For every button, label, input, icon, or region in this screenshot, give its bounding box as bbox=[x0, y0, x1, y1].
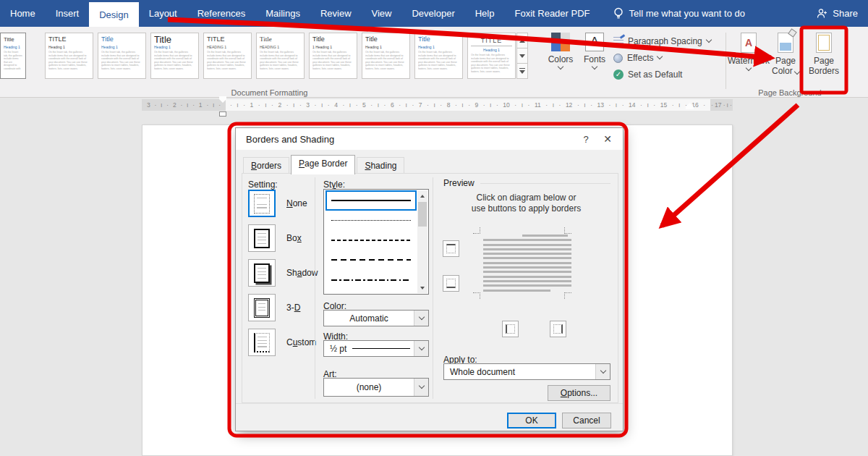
tell-me-box[interactable]: Tell me what you want to do bbox=[613, 0, 745, 27]
style-set-card[interactable]: Title Heading 1 On the Insert tab, the g… bbox=[150, 33, 199, 79]
dialog-help-button[interactable]: ? bbox=[575, 134, 597, 145]
ribbon-tab[interactable]: Design bbox=[89, 2, 138, 27]
fonts-button[interactable]: A Fonts bbox=[579, 33, 610, 69]
options-button[interactable]: Options... bbox=[548, 385, 610, 401]
setting-option-icon bbox=[248, 294, 276, 321]
style-set-card[interactable]: Title Heading 1 On the Insert tab, the g… bbox=[362, 33, 410, 79]
dialog-titlebar[interactable]: Borders and Shading ? ✕ bbox=[236, 128, 623, 150]
share-button[interactable]: Share bbox=[817, 0, 858, 27]
ribbon-tab[interactable]: References bbox=[187, 0, 255, 27]
style-lines bbox=[326, 190, 417, 290]
dialog-title: Borders and Shading bbox=[246, 134, 334, 145]
dialog-tab[interactable]: Page Border bbox=[291, 155, 355, 174]
style-line-option[interactable] bbox=[326, 270, 417, 290]
set-as-default-button[interactable]: ✓ Set as Default bbox=[613, 68, 728, 81]
dropdown-button[interactable] bbox=[414, 311, 428, 326]
preview-diagram[interactable] bbox=[438, 219, 615, 334]
setting-option[interactable]: None bbox=[248, 190, 307, 217]
right-border-button[interactable] bbox=[550, 321, 566, 337]
style-line-option[interactable] bbox=[326, 190, 417, 211]
chevron-down-icon bbox=[794, 69, 800, 75]
dropdown-button[interactable] bbox=[414, 379, 428, 396]
card-heading: Heading 1 bbox=[101, 45, 142, 49]
gallery-scrollbar bbox=[516, 33, 528, 79]
style-set-card[interactable]: Title Heading 1 On the Insert tab, the g… bbox=[0, 33, 26, 79]
scrollbar-thumb[interactable] bbox=[418, 202, 427, 227]
dropdown-button[interactable] bbox=[414, 341, 428, 356]
borders-and-shading-dialog: Borders and Shading ? ✕ Borders Page Bor… bbox=[235, 127, 624, 431]
group-label-document-formatting: Document Formatting bbox=[0, 88, 539, 97]
ribbon-tab[interactable]: Help bbox=[465, 0, 505, 27]
preview-label: Preview bbox=[443, 178, 475, 188]
setting-option[interactable]: Shadow bbox=[248, 259, 318, 287]
style-line-option[interactable] bbox=[326, 211, 417, 231]
setting-label: Setting: bbox=[248, 180, 278, 190]
scroll-down-button[interactable] bbox=[417, 282, 427, 293]
preview-text-line bbox=[483, 276, 571, 278]
style-line-option[interactable] bbox=[326, 230, 417, 250]
paragraph-spacing-button[interactable]: Paragraph Spacing bbox=[613, 35, 728, 48]
dialog-close-button[interactable]: ✕ bbox=[597, 133, 618, 145]
card-heading: HEADING 1 bbox=[207, 45, 248, 49]
style-scrollbar[interactable] bbox=[417, 190, 427, 293]
effects-button[interactable]: Effects bbox=[613, 51, 728, 64]
style-set-card[interactable]: TITLE HEADING 1 On the Insert tab, the g… bbox=[203, 33, 252, 79]
left-indent-marker[interactable] bbox=[219, 111, 226, 117]
art-combobox[interactable]: (none) bbox=[323, 378, 429, 397]
gallery-scroll-down-button[interactable] bbox=[516, 48, 528, 64]
dropdown-button[interactable] bbox=[595, 364, 610, 379]
preview-text-line bbox=[483, 253, 571, 255]
page-borders-button[interactable]: PageBorders bbox=[804, 33, 843, 76]
card-title: Title bbox=[4, 35, 22, 43]
style-set-card[interactable]: Title Heading 1 On the Insert tab, the g… bbox=[98, 33, 146, 79]
gallery-scroll-up-button[interactable] bbox=[516, 33, 528, 48]
preview-text-line bbox=[483, 244, 571, 246]
page-color-icon bbox=[778, 33, 793, 53]
width-combobox[interactable]: ½ pt bbox=[323, 340, 429, 357]
share-label: Share bbox=[833, 8, 858, 19]
ok-button[interactable]: OK bbox=[507, 413, 556, 428]
setting-option[interactable]: 3-D bbox=[248, 294, 300, 321]
left-border-button[interactable] bbox=[502, 321, 519, 337]
ribbon-tab[interactable]: Foxit Reader PDF bbox=[504, 0, 600, 27]
ribbon-tab[interactable]: Home bbox=[0, 0, 46, 27]
corner-mark bbox=[473, 227, 480, 234]
ribbon-tab[interactable]: Mailings bbox=[255, 0, 310, 27]
dialog-tabs: Borders Page Border Shading bbox=[243, 157, 406, 174]
bottom-border-button[interactable] bbox=[443, 275, 459, 292]
gallery-more-button[interactable] bbox=[516, 64, 528, 79]
ribbon-tab[interactable]: Developer bbox=[401, 0, 464, 27]
style-line-option[interactable] bbox=[326, 250, 417, 271]
ribbon-tab[interactable]: Review bbox=[310, 0, 362, 27]
style-set-card[interactable]: Title 1 Heading 1 On the Insert tab, the… bbox=[309, 33, 357, 79]
paragraph-spacing-icon bbox=[613, 37, 624, 46]
style-set-card[interactable]: TITLE Heading 1 On the Insert tab, the g… bbox=[45, 33, 93, 79]
card-body-text: On the Insert tab, the galleries include… bbox=[154, 51, 195, 69]
page-color-button[interactable]: PageColor bbox=[770, 33, 801, 76]
style-set-gallery: Title Heading 1 On the Insert tab, the g… bbox=[0, 33, 516, 79]
chevron-down-icon bbox=[706, 37, 712, 43]
color-combobox[interactable]: Automatic bbox=[323, 310, 429, 326]
style-set-card[interactable]: TITLE Heading 1 On the Insert tab, the g… bbox=[467, 33, 516, 79]
style-set-card[interactable]: Title Heading 1 On the Insert tab, the g… bbox=[414, 33, 463, 79]
setting-option[interactable]: Box bbox=[248, 224, 302, 252]
ribbon-tab[interactable]: Insert bbox=[46, 0, 90, 27]
cancel-button[interactable]: Cancel bbox=[562, 413, 611, 428]
setting-option-icon bbox=[248, 329, 276, 356]
triangle-down-icon bbox=[519, 54, 525, 58]
paragraph-spacing-label: Paragraph Spacing bbox=[628, 36, 702, 46]
style-set-card[interactable]: Title HEADING 1 On the Insert tab, the g… bbox=[256, 33, 305, 79]
dialog-tab[interactable]: Borders bbox=[243, 157, 289, 174]
apply-to-combobox[interactable]: Whole document bbox=[443, 363, 610, 380]
triangle-down-icon bbox=[519, 70, 525, 74]
scroll-up-button[interactable] bbox=[417, 190, 427, 201]
triangle-down-icon bbox=[420, 287, 425, 290]
preview-text-line bbox=[483, 271, 571, 273]
ribbon-tab[interactable]: Layout bbox=[139, 0, 187, 27]
colors-button[interactable]: Colors bbox=[544, 33, 577, 69]
setting-option[interactable]: Custom bbox=[248, 329, 316, 356]
top-border-button[interactable] bbox=[443, 240, 459, 257]
dialog-tab[interactable]: Shading bbox=[357, 157, 404, 174]
ribbon-tab[interactable]: View bbox=[362, 0, 402, 27]
watermark-button[interactable]: A Watermark bbox=[729, 33, 768, 70]
